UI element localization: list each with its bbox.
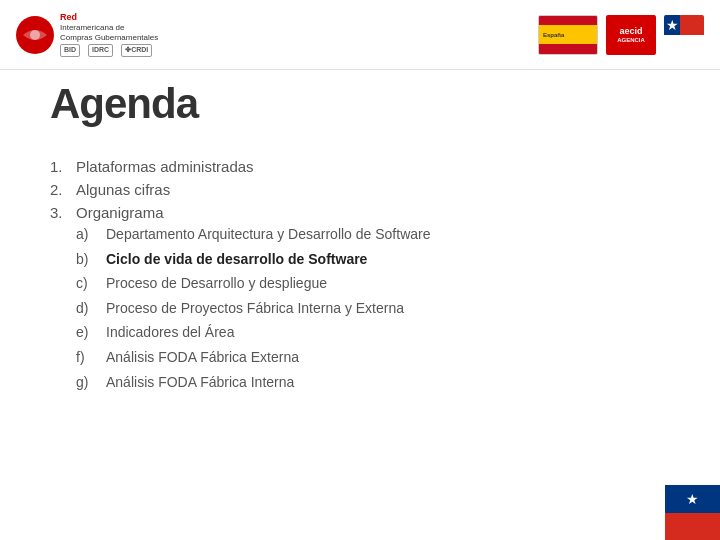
sub-text: Análisis FODA Fábrica Externa <box>106 348 299 368</box>
page-title: Agenda <box>50 80 670 128</box>
header-right: España aecid AGENCIA ★ <box>538 15 704 55</box>
logo-text: Red Interamericana de Compras Gubernamen… <box>60 12 158 56</box>
sub-label: a) <box>76 225 98 245</box>
chile-red <box>680 15 704 35</box>
sub-text: Indicadores del Área <box>106 323 234 343</box>
sub-logo-crdi: ✤CRDI <box>121 44 152 56</box>
logo-line2: Interamericana de <box>60 23 158 33</box>
sub-text: Análisis FODA Fábrica Interna <box>106 373 294 393</box>
chile-flag-top: ★ <box>664 15 704 35</box>
list-text: Plataformas administradas <box>76 158 254 175</box>
sub-label: e) <box>76 323 98 343</box>
sub-logo-bid: BID <box>60 44 80 56</box>
sub-list-item-a: a) Departamento Arquitectura y Desarroll… <box>76 225 431 245</box>
spain-flag-bot <box>539 44 597 54</box>
chile-flag: ★ <box>664 15 704 55</box>
sub-logos: BID IDRC ✤CRDI <box>60 44 158 56</box>
sub-text: Ciclo de vida de desarrollo de Software <box>106 250 367 270</box>
sub-text: Departamento Arquitectura y Desarrollo d… <box>106 225 431 245</box>
chile-star: ★ <box>666 17 679 33</box>
list-text: Algunas cifras <box>76 181 170 198</box>
list-num: 3. <box>50 204 68 397</box>
sub-label: c) <box>76 274 98 294</box>
sub-logo-idrc: IDRC <box>88 44 113 56</box>
spain-flag: España <box>538 15 598 55</box>
logo-circle <box>16 16 54 54</box>
sub-list-item-b: b) Ciclo de vida de desarrollo de Softwa… <box>76 250 431 270</box>
header: Red Interamericana de Compras Gubernamen… <box>0 0 720 70</box>
logo-line1: Red <box>60 12 158 23</box>
corner-flag: ★ <box>665 485 720 540</box>
list-text: Organigrama <box>76 204 164 221</box>
sub-label: g) <box>76 373 98 393</box>
chile-blue: ★ <box>664 15 680 35</box>
sub-list-item-d: d) Proceso de Proyectos Fábrica Interna … <box>76 299 431 319</box>
list-num: 1. <box>50 158 68 175</box>
sub-list-item-c: c) Proceso de Desarrollo y despliegue <box>76 274 431 294</box>
logo-line3: Compras Gubernamentales <box>60 33 158 43</box>
corner-blue: ★ <box>665 485 720 513</box>
sub-list-item-e: e) Indicadores del Área <box>76 323 431 343</box>
list-item: 2. Algunas cifras <box>50 181 670 198</box>
list-num: 2. <box>50 181 68 198</box>
sub-list: a) Departamento Arquitectura y Desarroll… <box>76 225 431 392</box>
corner-star: ★ <box>686 491 699 507</box>
header-left: Red Interamericana de Compras Gubernamen… <box>16 12 158 56</box>
list-item: 3. Organigrama a) Departamento Arquitect… <box>50 204 670 397</box>
sub-text: Proceso de Desarrollo y despliegue <box>106 274 327 294</box>
sub-list-item-g: g) Análisis FODA Fábrica Interna <box>76 373 431 393</box>
spain-flag-mid: España <box>539 25 597 44</box>
main-content: Agenda 1. Plataformas administradas 2. A… <box>50 80 670 520</box>
sub-label: d) <box>76 299 98 319</box>
agenda-list: 1. Plataformas administradas 2. Algunas … <box>50 158 670 397</box>
sub-label: b) <box>76 250 98 270</box>
chile-white <box>664 35 704 55</box>
corner-red <box>665 513 720 541</box>
sub-label: f) <box>76 348 98 368</box>
list-item: 1. Plataformas administradas <box>50 158 670 175</box>
spain-flag-top <box>539 16 597 26</box>
main-logo: Red Interamericana de Compras Gubernamen… <box>16 12 158 56</box>
aecid-badge: aecid AGENCIA <box>606 15 656 55</box>
list-item-content: Organigrama a) Departamento Arquitectura… <box>76 204 431 397</box>
sub-text: Proceso de Proyectos Fábrica Interna y E… <box>106 299 404 319</box>
sub-list-item-f: f) Análisis FODA Fábrica Externa <box>76 348 431 368</box>
svg-point-1 <box>30 30 40 40</box>
